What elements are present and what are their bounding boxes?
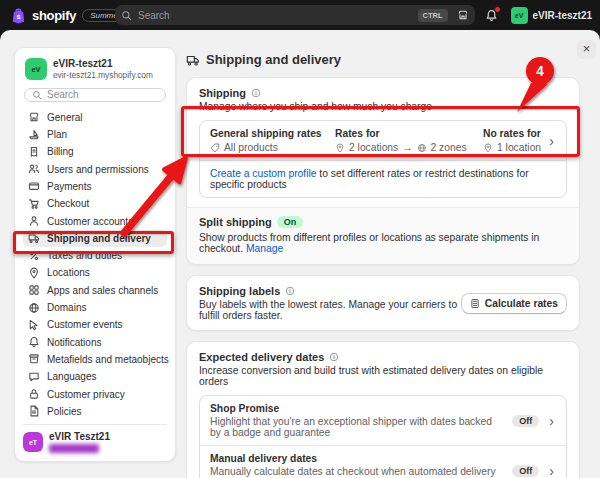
sidebar-item-general[interactable]: General xyxy=(23,109,167,126)
sidebar-item-label: Notifications xyxy=(47,337,101,348)
manual-dates-desc: Manually calculate dates at checkout whe… xyxy=(210,466,504,478)
sidebar-item-label: Languages xyxy=(47,371,97,382)
chevron-right-icon[interactable]: › xyxy=(547,136,556,146)
pin-icon xyxy=(28,267,40,279)
sidebar-item-label: Customer accounts xyxy=(47,216,133,227)
store-avatar: eV xyxy=(25,58,47,80)
notification-dot xyxy=(494,6,501,13)
store-header[interactable]: eV eVIR-teszt21 evir-teszt21.myshopify.c… xyxy=(23,56,167,88)
bell-icon xyxy=(28,336,40,348)
sidebar-item-taxes[interactable]: Taxes and duties xyxy=(23,247,167,264)
shopify-wordmark: shopify xyxy=(32,8,76,23)
sidebar-item-label: Policies xyxy=(47,406,81,417)
users-icon xyxy=(28,163,40,175)
payments-icon xyxy=(28,180,40,192)
sidebar-item-policies[interactable]: Policies xyxy=(23,403,167,420)
sidebar-item-label: Shipping and delivery xyxy=(47,233,151,244)
pin-icon xyxy=(335,143,345,153)
sidebar-item-customer-accounts[interactable]: Customer accounts xyxy=(23,212,167,229)
calculate-rates-button[interactable]: Calculate rates xyxy=(461,293,567,314)
sidebar-item-payments[interactable]: Payments xyxy=(23,178,167,195)
store-name: eVIR-teszt21 xyxy=(53,58,153,70)
settings-search-input[interactable]: Search xyxy=(24,88,166,102)
billing-icon xyxy=(28,146,40,158)
sidebar-item-languages[interactable]: Languages xyxy=(23,368,167,385)
cursor-icon xyxy=(28,319,40,331)
info-icon[interactable] xyxy=(251,88,261,98)
sidebar-item-label: Taxes and duties xyxy=(47,250,122,261)
footer-avatar: eT xyxy=(23,432,43,452)
rates-col-title: General shipping rates xyxy=(210,128,335,139)
sidebar-item-label: Users and permissions xyxy=(47,164,149,175)
sidebar-item-apps[interactable]: Apps and sales channels xyxy=(23,282,167,299)
sidebar-item-users[interactable]: Users and permissions xyxy=(23,161,167,178)
info-icon[interactable] xyxy=(285,286,295,296)
split-shipping-section: Split shipping On Show products from dif… xyxy=(187,207,579,264)
sidebar-item-domains[interactable]: Domains xyxy=(23,299,167,316)
sidebar-item-label: Apps and sales channels xyxy=(47,285,158,296)
sidebar-item-label: Metafields and metaobjects xyxy=(47,354,169,365)
page-title: Shipping and delivery xyxy=(206,52,341,67)
footer-account-name: eVIR Teszt21 xyxy=(49,431,110,442)
shipping-card: Shipping Manage where you ship and how m… xyxy=(186,77,580,265)
shop-promise-title: Shop Promise xyxy=(210,403,504,414)
sidebar-item-notifications[interactable]: Notifications xyxy=(23,334,167,351)
sidebar-item-customer-privacy[interactable]: Customer privacy xyxy=(23,385,167,402)
status-badge-off: Off xyxy=(512,465,539,477)
sidebar-item-label: Locations xyxy=(47,267,90,278)
custom-profile-row: Create a custom profile to set different… xyxy=(200,161,566,197)
rates-locations: 2 locations xyxy=(349,142,398,153)
redacted-email xyxy=(49,444,99,453)
sidebar-item-locations[interactable]: Locations xyxy=(23,264,167,281)
sidebar-item-label: Billing xyxy=(47,146,74,157)
global-search-bar[interactable]: Search CTRL K xyxy=(115,5,475,25)
sidebar-item-checkout[interactable]: Checkout xyxy=(23,195,167,212)
shop-promise-desc: Highlight that you're an exceptional shi… xyxy=(210,416,504,438)
split-shipping-title: Split shipping xyxy=(199,216,272,228)
rates-col-title: No rates for xyxy=(483,128,547,139)
status-badge-off: Off xyxy=(512,415,539,427)
account-avatar: eV xyxy=(511,7,528,24)
expected-delivery-dates-card: Expected delivery dates Increase convers… xyxy=(186,341,580,478)
sidebar-item-billing[interactable]: Billing xyxy=(23,143,167,160)
manual-delivery-dates-row[interactable]: Manual delivery dates Manually calculate… xyxy=(200,446,566,478)
settings-modal: × eV eVIR-teszt21 evir-teszt21.myshopify… xyxy=(0,30,600,478)
settings-content: Shipping and delivery Shipping Manage wh… xyxy=(186,52,580,478)
manage-link[interactable]: Manage xyxy=(246,243,283,254)
settings-sidebar: eV eVIR-teszt21 evir-teszt21.myshopify.c… xyxy=(14,47,176,462)
account-menu[interactable]: eV eVIR-teszt21 xyxy=(511,7,592,24)
chevron-right-icon[interactable]: › xyxy=(547,416,556,426)
general-shipping-rates-row[interactable]: General shipping rates All products Rate… xyxy=(200,121,566,160)
sidebar-item-metafields[interactable]: Metafields and metaobjects xyxy=(23,351,167,368)
sidebar-item-customer-events[interactable]: Customer events xyxy=(23,316,167,333)
document-icon xyxy=(28,405,40,417)
chevron-right-icon[interactable]: › xyxy=(547,466,556,476)
rates-products: All products xyxy=(224,142,278,153)
sidebar-item-plan[interactable]: Plan xyxy=(23,126,167,143)
shortcut-ctrl-key: CTRL xyxy=(418,9,448,22)
shipping-labels-heading: Shipping labels xyxy=(199,285,280,297)
no-rates-locations: 1 location xyxy=(497,142,541,153)
person-icon xyxy=(28,215,40,227)
shop-promise-row[interactable]: Shop Promise Highlight that you're an ex… xyxy=(200,396,566,445)
storefront-icon xyxy=(457,9,469,21)
shipping-labels-card: Shipping labels Buy labels with the lowe… xyxy=(186,275,580,331)
status-badge-on: On xyxy=(277,216,304,228)
shopify-logo[interactable]: s shopify xyxy=(10,7,76,24)
account-name: eVIR-teszt21 xyxy=(533,10,592,21)
notifications-button[interactable] xyxy=(483,6,501,24)
store-switcher-button[interactable] xyxy=(453,5,473,25)
globe-icon xyxy=(28,302,40,314)
sidebar-item-label: Payments xyxy=(47,181,91,192)
info-icon[interactable] xyxy=(329,352,339,362)
archive-icon xyxy=(28,353,40,365)
tag-icon xyxy=(210,143,220,153)
delivery-dates-heading: Expected delivery dates xyxy=(199,351,324,363)
sidebar-footer-account[interactable]: eT eVIR Teszt21 xyxy=(23,424,167,453)
globe-icon xyxy=(417,143,427,153)
create-custom-profile-link[interactable]: Create a custom profile xyxy=(210,168,316,179)
search-icon xyxy=(121,10,132,21)
sidebar-item-shipping-and-delivery[interactable]: Shipping and delivery xyxy=(23,230,167,247)
plan-icon xyxy=(28,129,40,141)
truck-icon xyxy=(186,53,200,67)
